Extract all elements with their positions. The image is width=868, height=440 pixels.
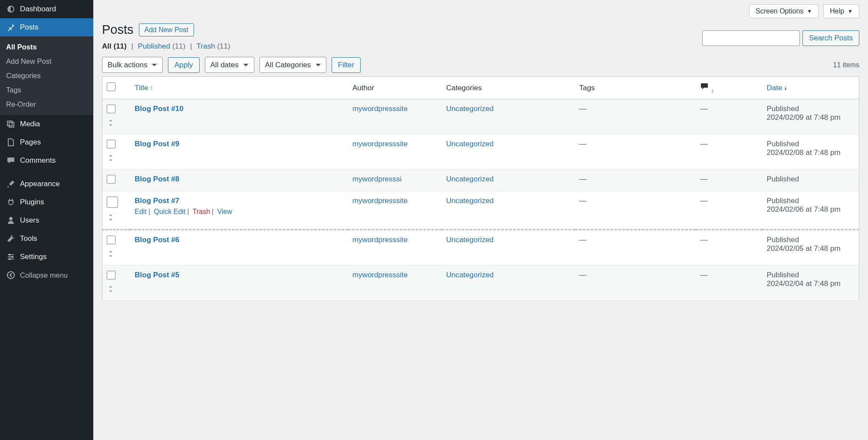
tags-cell: —: [579, 197, 587, 205]
sidebar-item-label: Settings: [20, 253, 46, 261]
author-link[interactable]: mywordpresssite: [352, 271, 408, 279]
post-title-link[interactable]: Blog Post #10: [135, 105, 183, 113]
row-action-view[interactable]: View: [217, 208, 232, 215]
author-link[interactable]: mywordpresssi: [352, 175, 401, 183]
sidebar-item-users[interactable]: Users: [0, 211, 93, 230]
user-icon: [6, 216, 16, 225]
sort-icon: ▲▼: [711, 89, 714, 94]
post-title-link[interactable]: Blog Post #5: [135, 271, 179, 279]
submenu-all-posts[interactable]: All Posts: [0, 40, 93, 54]
sidebar-item-tools[interactable]: Tools: [0, 230, 93, 248]
row-checkbox[interactable]: [107, 236, 115, 244]
sidebar-item-label: Users: [20, 216, 39, 225]
bulk-actions-select[interactable]: Bulk actions: [102, 57, 163, 73]
view-all-link[interactable]: All (11): [102, 42, 127, 50]
row-checkbox[interactable]: [107, 105, 115, 113]
filter-button[interactable]: Filter: [332, 57, 361, 73]
sort-icon: ▲▼: [150, 85, 153, 91]
reorder-handle[interactable]: [107, 119, 126, 129]
dashboard-icon: [6, 4, 16, 14]
sort-title[interactable]: Title ▲▼: [135, 84, 153, 92]
sidebar-item-plugins[interactable]: Plugins: [0, 193, 93, 211]
post-title-link[interactable]: Blog Post #6: [135, 236, 179, 244]
view-trash-link[interactable]: Trash: [197, 42, 215, 50]
submenu-categories[interactable]: Categories: [0, 69, 93, 83]
category-link[interactable]: Uncategorized: [446, 197, 494, 205]
posts-table: Title ▲▼ Author Categories Tags ▲▼ Date …: [102, 76, 859, 301]
reorder-handle[interactable]: [107, 250, 126, 260]
category-link[interactable]: Uncategorized: [446, 271, 494, 279]
sidebar-item-comments[interactable]: Comments: [0, 151, 93, 170]
author-link[interactable]: mywordpresssite: [352, 140, 408, 148]
table-row: Blog Post #5 mywordpresssite Uncategoriz…: [102, 266, 859, 301]
sidebar-item-appearance[interactable]: Appearance: [0, 175, 93, 193]
sidebar-item-media[interactable]: Media: [0, 115, 93, 133]
row-checkbox[interactable]: [107, 140, 115, 148]
category-link[interactable]: Uncategorized: [446, 175, 494, 183]
chevron-down-icon: ▼: [807, 8, 812, 14]
row-checkbox[interactable]: [107, 197, 118, 208]
comments-cell: —: [700, 271, 707, 279]
comment-icon: [6, 156, 16, 165]
sidebar-item-label: Appearance: [20, 180, 60, 188]
sort-date[interactable]: Date ▲▼: [766, 84, 787, 92]
screen-options-button[interactable]: Screen Options ▼: [749, 4, 819, 18]
comments-icon: [700, 82, 709, 91]
sidebar-item-pages[interactable]: Pages: [0, 133, 93, 151]
tags-cell: —: [579, 140, 587, 148]
help-label: Help: [830, 7, 844, 15]
row-checkbox[interactable]: [107, 175, 115, 184]
date-cell: Published2024/02/06 at 7:48 pm: [762, 191, 859, 229]
category-filter-select[interactable]: All Categories: [260, 57, 326, 73]
author-link[interactable]: mywordpresssite: [352, 236, 408, 244]
post-title-link[interactable]: Blog Post #8: [135, 175, 179, 183]
submenu-add-new-post[interactable]: Add New Post: [0, 54, 93, 69]
category-link[interactable]: Uncategorized: [446, 140, 494, 148]
page-icon: [6, 138, 16, 147]
date-filter-select[interactable]: All dates: [205, 57, 254, 73]
sort-icon: ▲▼: [784, 85, 787, 91]
comments-cell: —: [700, 236, 707, 244]
collapse-icon: [6, 270, 16, 280]
author-link[interactable]: mywordpresssite: [352, 105, 408, 113]
table-row: Blog Post #9 mywordpresssite Uncategoriz…: [102, 135, 859, 170]
media-icon: [6, 119, 16, 129]
category-link[interactable]: Uncategorized: [446, 105, 494, 113]
view-published-link[interactable]: Published: [138, 42, 171, 50]
plug-icon: [6, 197, 16, 207]
post-title-link[interactable]: Blog Post #7: [135, 197, 179, 205]
sidebar-item-settings[interactable]: Settings: [0, 248, 93, 266]
table-row: Blog Post #6 mywordpresssite Uncategoriz…: [102, 230, 859, 266]
row-checkbox[interactable]: [107, 271, 115, 279]
table-row: Blog Post #10 mywordpresssite Uncategori…: [102, 99, 859, 135]
row-action-trash[interactable]: Trash: [193, 208, 210, 215]
post-title-link[interactable]: Blog Post #9: [135, 140, 179, 148]
apply-button[interactable]: Apply: [168, 57, 200, 73]
category-link[interactable]: Uncategorized: [446, 236, 494, 244]
help-button[interactable]: Help ▼: [823, 4, 859, 18]
sidebar-item-label: Plugins: [20, 198, 44, 207]
sidebar-item-dashboard[interactable]: Dashboard: [0, 0, 93, 18]
search-posts-input[interactable]: [702, 30, 800, 46]
reorder-handle[interactable]: [107, 213, 126, 223]
row-action-quickedit[interactable]: Quick Edit: [154, 208, 185, 215]
select-all-checkbox[interactable]: [107, 82, 115, 91]
topbar: Screen Options ▼ Help ▼: [102, 4, 859, 18]
pin-icon: [6, 23, 16, 32]
search-posts-button[interactable]: Search Posts: [802, 30, 859, 46]
author-link[interactable]: mywordpresssite: [352, 197, 408, 205]
reorder-handle[interactable]: [107, 154, 126, 164]
collapse-menu-button[interactable]: Collapse menu: [0, 266, 93, 284]
date-cell: Published2024/02/04 at 7:48 pm: [762, 266, 859, 301]
comments-cell: —: [700, 175, 707, 183]
wrench-icon: [6, 234, 16, 243]
submenu-tags[interactable]: Tags: [0, 83, 93, 97]
svg-point-1: [11, 256, 13, 258]
sidebar-item-label: Comments: [20, 156, 56, 165]
submenu-reorder[interactable]: Re-Order: [0, 97, 93, 112]
screen-options-label: Screen Options: [756, 7, 803, 15]
row-action-edit[interactable]: Edit: [135, 208, 147, 215]
sidebar-item-posts[interactable]: Posts: [0, 18, 93, 36]
reorder-handle[interactable]: [107, 285, 126, 295]
add-new-post-button[interactable]: Add New Post: [139, 23, 194, 36]
